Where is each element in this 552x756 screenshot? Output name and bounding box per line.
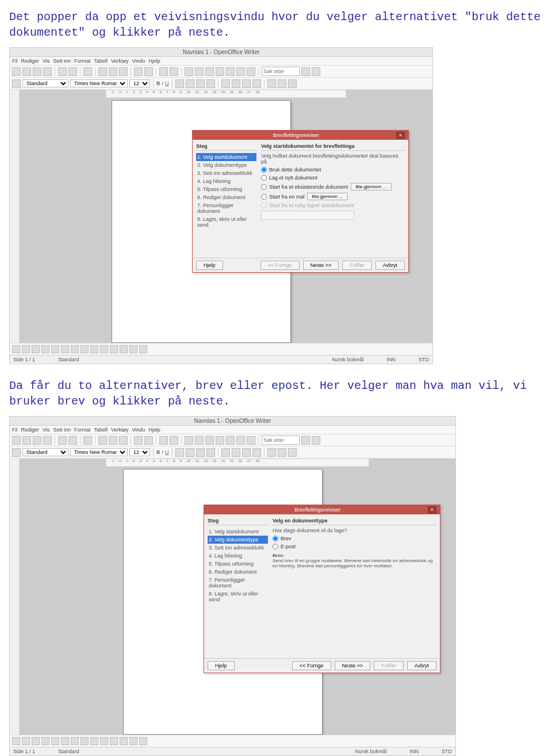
draw-line-icon-2[interactable]	[22, 737, 30, 745]
menu-edit[interactable]: Rediger	[21, 58, 40, 64]
menu-help[interactable]: Hjelp	[148, 58, 160, 64]
menu-view-2[interactable]: Vis	[43, 427, 49, 433]
radio-new-doc[interactable]	[261, 175, 267, 181]
draw-extrusion-icon-2[interactable]	[139, 737, 147, 745]
styles-icon[interactable]	[12, 79, 21, 88]
radio-existing[interactable]	[261, 184, 267, 190]
close-icon[interactable]: ×	[396, 132, 405, 139]
draw-flowchart-icon-2[interactable]	[100, 737, 108, 745]
align-justify-icon[interactable]	[206, 79, 215, 88]
step-6b[interactable]: 6. Rediger dokument	[208, 568, 268, 576]
align-right-icon[interactable]	[196, 79, 205, 88]
draw-points-icon[interactable]	[129, 345, 137, 353]
menu-table-2[interactable]: Tabell	[94, 427, 108, 433]
draw-points-icon-2[interactable]	[129, 737, 137, 745]
step-8b[interactable]: 8. Lagre, skriv ut eller send	[208, 590, 268, 604]
mail-icon-2[interactable]	[43, 436, 52, 445]
next-button-2[interactable]: Neste >>	[335, 661, 371, 670]
step-3b[interactable]: 3. Sett inn adresseblokk	[208, 544, 268, 552]
search-down-icon[interactable]	[301, 67, 310, 76]
draw-stars-icon[interactable]	[110, 345, 118, 353]
next-button[interactable]: Neste >>	[303, 261, 339, 270]
zoom-icon[interactable]	[236, 67, 245, 76]
help-button[interactable]: Hjelp	[196, 261, 223, 270]
menu-format-2[interactable]: Format	[74, 427, 91, 433]
list-num-icon-2[interactable]	[221, 448, 230, 457]
nonprint-icon[interactable]	[226, 67, 235, 76]
draw-fontwork-icon[interactable]	[120, 345, 128, 353]
link-icon[interactable]	[159, 67, 168, 76]
radio-email[interactable]	[273, 544, 278, 549]
highlight-icon[interactable]	[278, 79, 286, 88]
align-left-icon-2[interactable]	[175, 448, 184, 457]
align-right-icon-2[interactable]	[196, 448, 205, 457]
copy-icon-2[interactable]	[109, 436, 117, 445]
menu-tools[interactable]: Verktøy	[111, 58, 129, 64]
draw-callout-icon-2[interactable]	[61, 737, 69, 745]
radio-use-current[interactable]	[261, 167, 267, 173]
draw-arrow-icon-2[interactable]	[12, 737, 20, 745]
redo-icon-2[interactable]	[144, 436, 153, 445]
list-bullet-icon[interactable]	[232, 79, 240, 88]
nav-icon-2[interactable]	[195, 436, 204, 445]
find-icon[interactable]	[185, 67, 193, 76]
menu-insert-2[interactable]: Sett inn	[53, 427, 71, 433]
draw-rect-icon-2[interactable]	[32, 737, 40, 745]
link-icon-2[interactable]	[159, 436, 168, 445]
redo-icon[interactable]	[144, 67, 153, 76]
print-icon-2[interactable]	[68, 436, 77, 445]
menu-tools-2[interactable]: Verktøy	[111, 427, 129, 433]
nonprint-icon-2[interactable]	[226, 436, 235, 445]
list-bullet-icon-2[interactable]	[232, 448, 240, 457]
help-icon[interactable]	[247, 67, 255, 76]
menu-edit-2[interactable]: Rediger	[21, 427, 40, 433]
font-select-2[interactable]: Times New Roman	[70, 448, 128, 456]
style-select[interactable]: Standard	[22, 79, 68, 87]
align-justify-icon-2[interactable]	[206, 448, 215, 457]
back-button-2[interactable]: << Forrige	[292, 661, 331, 670]
menu-format[interactable]: Format	[74, 58, 91, 64]
copy-icon[interactable]	[109, 67, 117, 76]
underline-icon-2[interactable]: U	[165, 449, 169, 455]
save-icon-2[interactable]	[33, 436, 41, 445]
step-5[interactable]: 5. Tilpass utforming	[196, 185, 256, 193]
indent-dec-icon-2[interactable]	[242, 448, 251, 457]
datasource-icon[interactable]	[216, 67, 224, 76]
draw-symbols-icon-2[interactable]	[80, 737, 89, 745]
open-icon-2[interactable]	[22, 436, 31, 445]
print-icon[interactable]	[68, 67, 77, 76]
draw-rect-icon[interactable]	[32, 345, 40, 353]
menu-view[interactable]: Vis	[43, 58, 49, 64]
draw-flowchart-icon[interactable]	[100, 345, 108, 353]
step-6[interactable]: 6. Rediger dokument	[196, 193, 256, 201]
search-up-icon-2[interactable]	[312, 436, 320, 445]
new-icon-2[interactable]	[12, 436, 21, 445]
draw-shapes-icon-2[interactable]	[71, 737, 79, 745]
draw-ellipse-icon-2[interactable]	[41, 737, 49, 745]
size-select-2[interactable]: 12	[129, 448, 150, 456]
menu-help-2[interactable]: Hjelp	[148, 427, 160, 433]
align-center-icon[interactable]	[186, 79, 194, 88]
search-down-icon-2[interactable]	[301, 436, 310, 445]
step-4[interactable]: 4. Lag hilsning	[196, 177, 256, 185]
styles-icon-2[interactable]	[12, 448, 21, 457]
cancel-button[interactable]: Avbryt	[375, 261, 405, 270]
menu-window-2[interactable]: Vindu	[132, 427, 145, 433]
italic-icon-2[interactable]: I	[162, 449, 164, 455]
cut-icon-2[interactable]	[98, 436, 107, 445]
undo-icon[interactable]	[134, 67, 143, 76]
spell-icon-2[interactable]	[83, 436, 92, 445]
draw-line-icon[interactable]	[22, 345, 30, 353]
table-icon[interactable]	[170, 67, 178, 76]
bg-color-icon[interactable]	[288, 79, 297, 88]
draw-arrows-icon[interactable]	[90, 345, 98, 353]
paste-icon[interactable]	[119, 67, 128, 76]
cancel-button-2[interactable]: Avbryt	[407, 661, 436, 670]
align-left-icon[interactable]	[175, 79, 184, 88]
paste-icon-2[interactable]	[119, 436, 128, 445]
step-3[interactable]: 3. Sett inn adresseblokk	[196, 169, 256, 177]
menu-insert[interactable]: Sett inn	[53, 58, 71, 64]
close-icon-2[interactable]: ×	[428, 506, 436, 513]
menubar-2[interactable]: Fil Rediger Vis Sett inn Format Tabell V…	[10, 426, 455, 434]
bold-icon[interactable]: B	[156, 81, 160, 86]
